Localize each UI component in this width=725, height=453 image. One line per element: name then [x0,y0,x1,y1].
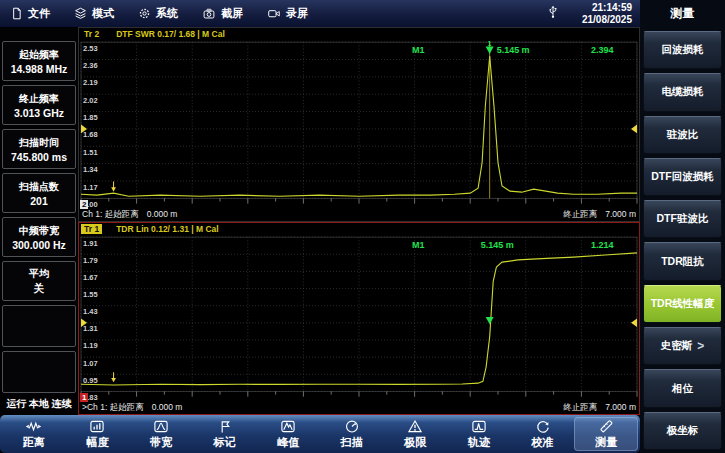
button-polar[interactable]: 极坐标 [643,412,722,450]
screenshot-icon [202,7,216,20]
start-frequency-value: 14.988 MHz [11,63,68,75]
button-cable-loss[interactable]: 电缆损耗 [643,73,722,111]
run-status: 运行 本地 连续 [2,397,76,411]
dtf-swr-plot[interactable]: 2.532.362.192.021.851.681.511.341.171.00… [79,40,639,209]
empty-box-2 [2,351,76,393]
stop-frequency-box: 终止频率 3.013 GHz [2,85,76,125]
button-dtf-return-loss[interactable]: DTF回波损耗 [643,158,722,196]
start-frequency-box: 起始频率 14.988 MHz [2,41,76,81]
button-return-loss[interactable]: 回波损耗 [643,31,722,69]
svg-text:1.55: 1.55 [83,290,98,299]
svg-text:1.68: 1.68 [83,130,98,139]
menu-file[interactable]: 文件 [10,6,50,21]
tool-calibration[interactable]: 校准 [511,417,575,451]
tdr-lin-chart: Tr 1 TDR Lin 0.12/ 1.31 | M Cal 1.911.79… [78,222,640,415]
average-label: 平均 [29,267,49,281]
clock: 21:14:59 21/08/2025 [582,2,632,26]
svg-text:M1: M1 [412,45,424,55]
button-tdr-linear-magnitude[interactable]: TDR线性幅度 [643,285,722,323]
analyzer-app: 文件 模式 系统 截屏 录屏 21:14:59 21/08/2025 起始频 [0,0,725,453]
empty-box-1 [2,305,76,347]
ch1-start-distance-label-2: >Ch 1: 起始距离 [82,402,144,414]
ch1-stop-distance-value-2: 7.000 m [605,402,636,414]
tool-trace[interactable]: 轨迹 [447,417,511,451]
stop-frequency-label: 终止频率 [19,92,59,106]
svg-text:1.67: 1.67 [83,273,98,282]
mode-icon [74,7,87,20]
svg-text:1.79: 1.79 [83,256,98,265]
button-cable-loss-label: 电缆损耗 [662,85,704,99]
topbar: 文件 模式 系统 截屏 录屏 21:14:59 21/08/2025 [0,0,640,27]
menu-mode[interactable]: 模式 [74,6,114,21]
menu-system[interactable]: 系统 [138,6,178,21]
ch1-stop-distance-value: 7.000 m [605,209,636,221]
bottom-toolbar: 距离 幅度 带宽 标记 峰值 扫描 极限 轨迹 [0,415,640,453]
tdr-lin-chart-header: Tr 1 TDR Lin 0.12/ 1.31 | M Cal [79,223,639,235]
svg-text:2.19: 2.19 [83,78,98,87]
button-phase-label: 相位 [672,382,693,396]
tdr-lin-plot[interactable]: 1.911.791.671.551.431.311.191.070.950.83… [79,235,639,402]
tool-measure[interactable]: 测量 [574,417,638,451]
sweep-icon [344,419,360,434]
svg-text:2.53: 2.53 [83,43,98,52]
tool-marker[interactable]: 标记 [193,417,257,451]
button-polar-label: 极坐标 [667,424,699,438]
tool-limit[interactable]: 极限 [384,417,448,451]
svg-text:2.394: 2.394 [591,45,614,55]
svg-text:1.19: 1.19 [83,341,98,350]
tool-bandwidth-label: 带宽 [150,435,172,450]
tool-bandwidth[interactable]: 带宽 [129,417,193,451]
tool-sweep-label: 扫描 [341,435,363,450]
button-tdr-linear-magnitude-label: TDR线性幅度 [651,297,715,311]
trace1-number-badge: 1 [80,393,88,402]
button-dtf-return-loss-label: DTF回波损耗 [651,170,713,184]
tool-distance[interactable]: 距离 [2,417,66,451]
amplitude-icon [89,419,105,434]
svg-text:5.145 m: 5.145 m [481,239,514,249]
limit-icon [407,419,423,434]
button-vswr[interactable]: 驻波比 [643,116,722,154]
tool-sweep[interactable]: 扫描 [320,417,384,451]
ch1-stop-distance-label: 终止距离 [563,209,597,221]
button-vswr-label: 驻波比 [667,128,699,142]
svg-text:2.36: 2.36 [83,61,98,70]
sweep-points-label: 扫描点数 [19,180,59,194]
button-dtf-vswr[interactable]: DTF驻波比 [643,200,722,238]
dtf-swr-chart: Tr 2 DTF SWR 0.17/ 1.68 | M Cal 2.532.36… [78,27,640,222]
svg-text:1.17: 1.17 [83,182,98,191]
svg-text:1.31: 1.31 [83,324,98,333]
tool-measure-label: 测量 [595,435,617,450]
trace2-number-badge: 2 [80,200,88,209]
svg-text:M1: M1 [412,239,424,249]
tool-peak[interactable]: 峰值 [256,417,320,451]
button-smith-label: 史密斯 [661,339,693,353]
peak-icon [280,419,296,434]
start-frequency-label: 起始频率 [19,48,59,62]
sweep-time-label: 扫描时间 [19,136,59,150]
button-dtf-vswr-label: DTF驻波比 [657,212,709,226]
svg-text:1.214: 1.214 [591,239,614,249]
tdr-lin-chart-footer: >Ch 1: 起始距离 0.000 m 终止距离 7.000 m [79,402,639,414]
system-icon [138,7,151,20]
button-tdr-impedance[interactable]: TDR阻抗 [643,242,722,280]
button-phase[interactable]: 相位 [643,369,722,407]
if-bandwidth-box: 中频带宽 300.000 Hz [2,217,76,257]
svg-text:5.145 m: 5.145 m [497,45,530,55]
menu-record[interactable]: 录屏 [267,6,308,21]
menu-file-label: 文件 [28,6,50,21]
button-smith[interactable]: 史密斯> [643,327,722,365]
sweep-points-box: 扫描点数 201 [2,173,76,213]
trace1-badge: Tr 1 [81,224,102,234]
measure-panel: 测量 回波损耗 电缆损耗 驻波比 DTF回波损耗 DTF驻波比 TDR阻抗 TD… [640,0,725,453]
tdr-lin-chart-title: TDR Lin 0.12/ 1.31 | M Cal [116,224,219,234]
svg-text:1.91: 1.91 [83,238,98,247]
svg-text:1.51: 1.51 [83,148,98,157]
chart-area: Tr 2 DTF SWR 0.17/ 1.68 | M Cal 2.532.36… [78,27,640,415]
tool-amplitude[interactable]: 幅度 [66,417,130,451]
menu-screenshot-label: 截屏 [221,6,243,21]
measure-panel-title: 测量 [643,0,722,27]
menu-screenshot[interactable]: 截屏 [202,6,243,21]
tool-amplitude-label: 幅度 [86,435,108,450]
ch1-start-distance-value: 0.000 m [147,209,178,221]
trace-icon [471,419,487,434]
